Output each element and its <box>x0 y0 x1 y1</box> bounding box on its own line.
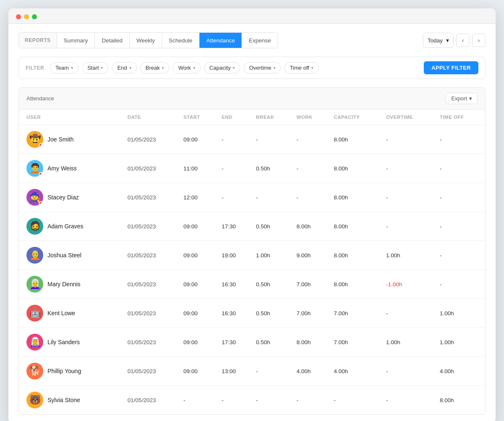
capacity-cell: 8.00h <box>330 125 382 154</box>
table-row[interactable]: 🐕 Phillip Young 01/05/2023 09:00 13:00 -… <box>19 357 485 386</box>
start-cell: 09:00 <box>179 125 218 154</box>
nav-tabs: Summary Detailed Weekly Schedule Attenda… <box>57 32 278 48</box>
user-cell: 🧝‍♀️ Lily Sanders <box>19 328 123 357</box>
chevron-down-icon: ▾ <box>101 65 103 70</box>
prev-button[interactable]: ‹ <box>456 34 470 47</box>
time-off-cell: 1.00h <box>436 299 485 328</box>
capacity-cell: 4.00h <box>330 357 382 386</box>
today-select[interactable]: Today ▾ <box>423 33 454 48</box>
avatar: 🧑‍🦱 <box>26 160 43 177</box>
break-cell: 1.00h <box>252 241 292 270</box>
date-cell: 01/05/2023 <box>123 357 179 386</box>
work-cell: 7.00h <box>292 270 330 299</box>
user-cell: 🧙 Stacey Diaz <box>19 183 123 212</box>
apply-filter-button[interactable]: APPLY FILTER <box>424 61 478 74</box>
time-off-cell: - <box>436 241 485 270</box>
capacity-cell: 7.00h <box>330 328 382 357</box>
table-row[interactable]: 🧔 Adam Graves 01/05/2023 09:00 17:30 0.5… <box>19 212 485 241</box>
capacity-cell: 7.00h <box>330 299 382 328</box>
user-cell: 🧑‍🦱 Amy Weiss <box>19 154 123 183</box>
col-time-off: TIME OFF <box>436 110 485 125</box>
end-cell: - <box>218 386 252 415</box>
filter-start[interactable]: Start ▾ <box>82 62 108 73</box>
user-cell: 🤖 Kent Lowe <box>19 299 123 328</box>
table-row[interactable]: 🧑‍🦲 Joshua Steel 01/05/2023 09:00 19:00 … <box>19 241 485 270</box>
next-button[interactable]: › <box>472 34 486 47</box>
table-row[interactable]: 🧝‍♀️ Lily Sanders 01/05/2023 09:00 17:30… <box>19 328 485 357</box>
end-cell: 16:30 <box>218 299 252 328</box>
start-cell: 09:00 <box>179 299 218 328</box>
filter-break[interactable]: Break ▾ <box>140 62 170 73</box>
tab-weekly[interactable]: Weekly <box>130 33 162 48</box>
break-cell: - <box>252 386 292 415</box>
work-cell: - <box>292 386 330 415</box>
tab-expense[interactable]: Expense <box>242 33 278 48</box>
col-end: END <box>218 110 252 125</box>
table-row[interactable]: 🤠 Joe Smith 01/05/2023 09:00 - - - 8.00h… <box>19 125 485 154</box>
chevron-down-icon: ▾ <box>71 65 73 70</box>
col-user: USER <box>19 110 123 125</box>
today-label: Today <box>428 37 443 44</box>
capacity-cell: 8.00h <box>330 154 382 183</box>
filter-team[interactable]: Team ▾ <box>50 62 79 73</box>
attendance-table: USER DATE START END BREAK WORK CAPACITY … <box>19 110 485 414</box>
user-cell: 🧑‍🦲 Joshua Steel <box>19 241 123 270</box>
tab-detailed[interactable]: Detailed <box>95 33 130 48</box>
today-chevron-icon: ▾ <box>446 37 449 44</box>
user-name: Sylvia Stone <box>47 397 80 403</box>
maximize-dot[interactable] <box>32 14 37 19</box>
end-cell: 13:00 <box>218 357 252 386</box>
start-cell: - <box>179 386 218 415</box>
table-row[interactable]: 👩‍🦳 Mary Dennis 01/05/2023 09:00 16:30 0… <box>19 270 485 299</box>
filter-label: FILTER <box>26 65 44 71</box>
end-cell: 17:30 <box>218 328 252 357</box>
start-cell: 09:00 <box>179 270 218 299</box>
export-button[interactable]: Export ▾ <box>446 93 478 104</box>
filter-time-off[interactable]: Time off ▾ <box>284 62 319 73</box>
tab-schedule[interactable]: Schedule <box>162 33 200 48</box>
capacity-cell: 8.00h <box>330 183 382 212</box>
table-row[interactable]: 🧑‍🦱 Amy Weiss 01/05/2023 11:00 - 0.50h -… <box>19 154 485 183</box>
date-nav: Today ▾ ‹ › <box>423 33 486 48</box>
filter-bar: FILTER Team ▾ Start ▾ End ▾ Break ▾ Work… <box>18 57 486 79</box>
user-name: Phillip Young <box>47 368 81 374</box>
work-cell: 7.00h <box>292 299 330 328</box>
export-label: Export <box>451 95 467 102</box>
close-dot[interactable] <box>16 14 21 19</box>
date-cell: 01/05/2023 <box>123 270 179 299</box>
chevron-down-icon: ▾ <box>193 65 195 70</box>
col-overtime: OVERTIME <box>382 110 436 125</box>
filter-work[interactable]: Work ▾ <box>173 62 200 73</box>
time-off-cell: - <box>436 125 485 154</box>
end-cell: 19:00 <box>218 241 252 270</box>
col-capacity: CAPACITY <box>330 110 382 125</box>
user-name: Stacey Diaz <box>47 194 79 201</box>
user-name: Joe Smith <box>47 136 74 143</box>
table-header-row: USER DATE START END BREAK WORK CAPACITY … <box>19 110 485 125</box>
work-cell: - <box>292 125 330 154</box>
break-cell: 0.50h <box>252 299 292 328</box>
date-cell: 01/05/2023 <box>123 328 179 357</box>
overtime-cell: - <box>382 125 436 154</box>
capacity-cell: 8.00h <box>330 212 382 241</box>
table-row[interactable]: 🐻 Sylvia Stone 01/05/2023 - - - - - - 8.… <box>19 386 485 415</box>
table-row[interactable]: 🤖 Kent Lowe 01/05/2023 09:00 16:30 0.50h… <box>19 299 485 328</box>
table-row[interactable]: 🧙 Stacey Diaz 01/05/2023 12:00 - - - 8.0… <box>19 183 485 212</box>
overtime-cell: - <box>382 212 436 241</box>
filter-overtime[interactable]: Overtime ▾ <box>244 62 281 73</box>
date-cell: 01/05/2023 <box>123 386 179 415</box>
user-cell: 🤠 Joe Smith <box>19 125 123 154</box>
avatar: 🧑‍🦲 <box>26 247 43 264</box>
filter-end[interactable]: End ▾ <box>112 62 136 73</box>
tab-attendance[interactable]: Attendance <box>200 33 242 48</box>
tab-summary[interactable]: Summary <box>57 33 95 48</box>
start-cell: 09:00 <box>179 357 218 386</box>
user-name: Joshua Steel <box>47 252 81 259</box>
filter-capacity[interactable]: Capacity ▾ <box>204 62 241 73</box>
minimize-dot[interactable] <box>24 14 29 19</box>
avatar: 🐻 <box>26 392 43 408</box>
date-cell: 01/05/2023 <box>123 241 179 270</box>
end-cell: - <box>218 154 252 183</box>
avatar: 🤠 <box>26 131 43 148</box>
online-indicator <box>39 172 43 176</box>
